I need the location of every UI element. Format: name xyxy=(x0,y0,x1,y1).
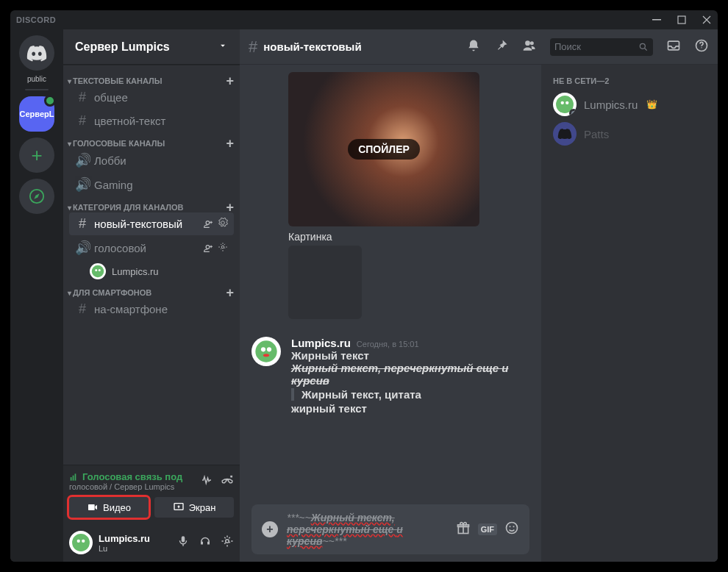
screen-share-button[interactable]: Экран xyxy=(154,497,234,518)
window-close-icon[interactable] xyxy=(702,15,712,25)
mic-icon[interactable] xyxy=(176,535,190,551)
svg-point-12 xyxy=(77,540,80,543)
member-item[interactable]: Lumpics.ru 👑 xyxy=(547,90,712,119)
bell-icon[interactable] xyxy=(466,38,481,56)
message-author[interactable]: Lumpics.ru xyxy=(291,337,351,349)
add-channel-button[interactable]: + xyxy=(226,289,234,296)
message-text: Жирный текст, перечеркнутый еще и курсив xyxy=(291,362,529,387)
svg-rect-14 xyxy=(182,536,185,542)
voice-sub: голосовой / Сервер Lumpics xyxy=(69,482,182,491)
svg-point-23 xyxy=(263,354,269,357)
svg-rect-9 xyxy=(75,473,76,480)
invite-icon[interactable] xyxy=(203,242,213,254)
chevron-down-icon: ▾ xyxy=(68,77,71,85)
category-text[interactable]: ▾ТЕКСТОВЫЕ КАНАЛЫ + xyxy=(63,71,240,85)
hash-icon: # xyxy=(75,301,90,317)
server-header[interactable]: Сервер Lumpics xyxy=(63,29,240,65)
channel-item[interactable]: #цветной-текст xyxy=(69,110,234,132)
crown-icon: 👑 xyxy=(646,99,657,110)
category-mobile[interactable]: ▾ДЛЯ СМАРТФОНОВ + xyxy=(63,282,240,297)
gif-button[interactable]: GIF xyxy=(478,523,497,535)
search-input[interactable]: Поиск xyxy=(550,38,653,56)
pin-icon[interactable] xyxy=(494,38,509,56)
add-channel-button[interactable]: + xyxy=(226,77,234,85)
hash-icon: # xyxy=(75,90,90,105)
inbox-icon[interactable] xyxy=(666,38,681,56)
help-icon[interactable] xyxy=(694,38,709,56)
invite-icon[interactable] xyxy=(203,218,213,230)
svg-point-13 xyxy=(82,540,85,543)
svg-rect-0 xyxy=(652,19,661,21)
svg-point-3 xyxy=(221,246,224,249)
voice-channel-item[interactable]: 🔊Gaming xyxy=(69,173,234,196)
voice-channel-item[interactable]: 🔊 голосовой xyxy=(69,236,234,260)
avatar xyxy=(553,93,577,116)
gear-icon[interactable] xyxy=(218,242,228,254)
voice-channel-item[interactable]: 🔊Лобби xyxy=(69,149,234,172)
avatar[interactable] xyxy=(69,531,93,554)
message-timestamp: Сегодня, в 15:01 xyxy=(357,340,419,348)
window-minimize-icon[interactable] xyxy=(652,15,662,25)
voice-panel: Голосовая связь под голосовой / Сервер L… xyxy=(63,465,240,523)
category-voice[interactable]: ▾ГОЛОСОВЫЕ КАНАЛЫ + xyxy=(63,133,240,148)
video-button[interactable]: Видео xyxy=(69,497,149,518)
attach-button[interactable]: + xyxy=(262,521,278,537)
user-name: Lumpics.ru xyxy=(99,533,150,544)
guild-separator xyxy=(25,89,49,90)
category-custom[interactable]: ▾КАТЕГОРИЯ ДЛЯ КАНАЛОВ + xyxy=(63,197,240,212)
spoiler-label: СПОЙЛЕР xyxy=(348,139,420,160)
avatar xyxy=(90,263,106,279)
hash-icon: # xyxy=(75,113,90,129)
gift-icon[interactable] xyxy=(456,521,471,538)
explore-button[interactable] xyxy=(19,179,54,214)
add-server-button[interactable]: + xyxy=(19,137,54,173)
gear-icon[interactable] xyxy=(218,218,228,230)
search-icon xyxy=(638,42,649,52)
server-icon[interactable]: СерверL xyxy=(19,96,54,132)
chevron-down-icon: ▾ xyxy=(68,204,71,212)
guild-bar: public СерверL + xyxy=(10,29,63,562)
disconnect-icon[interactable] xyxy=(221,473,234,490)
noise-suppression-icon[interactable] xyxy=(200,473,213,490)
chat-header: # новый-текстовый Поиск xyxy=(240,29,718,65)
chevron-down-icon: ▾ xyxy=(68,289,71,297)
message-text: Жирный текст xyxy=(291,349,529,362)
home-button[interactable] xyxy=(19,35,54,71)
image-attachment[interactable] xyxy=(288,246,362,319)
svg-point-20 xyxy=(255,340,276,362)
channel-item-active[interactable]: # новый-текстовый xyxy=(69,212,234,235)
voice-user[interactable]: Lumpics.ru xyxy=(63,260,240,282)
message-list: СПОЙЛЕР Картинка Lumpics.ru Сегодня, в 1… xyxy=(240,65,541,562)
channel-item[interactable]: #общее xyxy=(69,86,234,109)
emoji-icon[interactable] xyxy=(504,521,519,538)
svg-rect-1 xyxy=(678,16,685,24)
svg-point-31 xyxy=(565,101,568,104)
channel-title: новый-текстовый xyxy=(263,40,361,53)
channel-item[interactable]: #на-смартфоне xyxy=(69,298,234,321)
speaker-icon: 🔊 xyxy=(75,176,90,193)
speaker-icon: 🔊 xyxy=(75,152,90,168)
message-composer[interactable]: + ***~~Жирный текст, перечеркнутый еще и… xyxy=(251,504,529,554)
spoiler-image[interactable]: СПОЙЛЕР xyxy=(288,72,479,226)
compose-text[interactable]: ***~~Жирный текст, перечеркнутый еще и к… xyxy=(287,512,447,547)
member-list: НЕ В СЕТИ—2 Lumpics.ru 👑 Patts xyxy=(541,65,718,562)
svg-point-15 xyxy=(226,540,229,543)
members-icon[interactable] xyxy=(522,38,537,56)
svg-point-30 xyxy=(561,101,564,104)
add-channel-button[interactable]: + xyxy=(226,140,234,147)
gear-icon[interactable] xyxy=(221,535,234,551)
member-item[interactable]: Patts xyxy=(547,119,712,149)
user-tag: Lu xyxy=(99,544,150,553)
window-maximize-icon[interactable] xyxy=(677,15,687,25)
avatar[interactable] xyxy=(251,337,281,366)
add-channel-button[interactable]: + xyxy=(226,204,234,211)
headphones-icon[interactable] xyxy=(199,535,212,551)
svg-point-26 xyxy=(507,523,518,534)
svg-point-6 xyxy=(99,269,101,271)
channel-sidebar: Сервер Lumpics ▾ТЕКСТОВЫЕ КАНАЛЫ + #обще… xyxy=(63,29,240,562)
svg-point-16 xyxy=(525,40,530,46)
voice-status[interactable]: Голосовая связь под xyxy=(69,471,182,482)
svg-point-21 xyxy=(261,347,265,351)
svg-point-27 xyxy=(510,526,511,527)
image-caption: Картинка xyxy=(288,231,529,243)
